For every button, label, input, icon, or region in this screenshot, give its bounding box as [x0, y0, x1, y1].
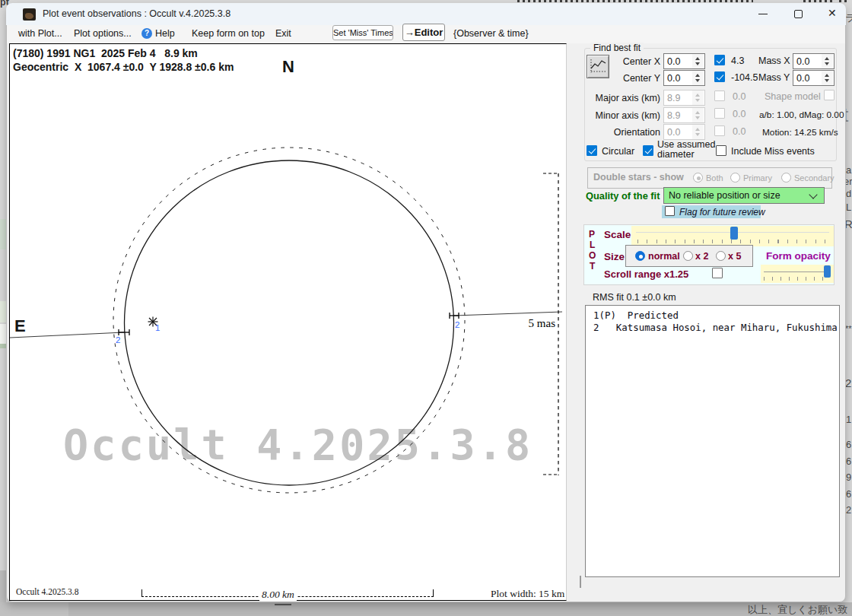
form-opacity-label: Form opacity: [766, 250, 831, 262]
center-x-spinner[interactable]: 0.0: [663, 53, 705, 69]
menu-plot-options[interactable]: Plot options...: [74, 28, 132, 39]
center-y-spinner[interactable]: 0.0: [663, 70, 705, 86]
offset-y-value: -104.5: [731, 72, 758, 83]
close-button[interactable]: ✕: [816, 3, 850, 24]
chord-right-segment: [454, 312, 562, 316]
app-icon: [23, 8, 36, 21]
double-stars-title: Double stars - show: [593, 172, 684, 183]
flag-review-label: Flag for future review: [679, 207, 765, 218]
size-x5-radio[interactable]: [716, 251, 726, 261]
bg-fragment-r2: a: [846, 164, 851, 176]
menu-help[interactable]: Help: [155, 28, 175, 39]
bg-fragment-r10: 6: [846, 439, 851, 450]
chord-left-segment: [10, 332, 124, 338]
mass-y-spinner[interactable]: 0.0: [793, 70, 835, 86]
set-miss-times-button[interactable]: Set 'Miss' Times: [332, 25, 393, 40]
form-opacity-groove: [764, 271, 831, 272]
double-stars-primary-label: Primary: [743, 173, 772, 183]
circular-checkbox[interactable]: [587, 145, 597, 156]
minor-axis-spinner: 8.9: [663, 107, 705, 123]
minor-axis-label: Minor axis (km): [578, 110, 660, 121]
major-axis-value: 8.9: [667, 93, 680, 103]
size-x2-label: x 2: [695, 251, 708, 262]
quality-dropdown[interactable]: No reliable position or size: [663, 187, 825, 204]
offset-x-value: 4.3: [731, 56, 744, 66]
bg-fragment-left-gray: [0, 570, 6, 602]
major-axis-zero: 0.0: [733, 91, 746, 102]
observer-time-label: {Observer & time}: [453, 28, 529, 39]
bg-fragment-r7: **: [845, 324, 852, 333]
mas-scale-label: 5 mas: [529, 317, 556, 329]
chord-marker-left: [119, 329, 129, 335]
maximize-icon: [794, 10, 803, 18]
rms-label: RMS fit 0.1 ±0.0 km: [593, 292, 676, 303]
size-label: Size: [604, 251, 625, 262]
center-x-label: Center X: [578, 56, 660, 67]
orientation-spinner: 0.0: [663, 124, 705, 140]
chord-label-right: 2: [455, 320, 459, 329]
menu-exit[interactable]: Exit: [275, 28, 291, 39]
mass-y-value: 0.0: [796, 73, 809, 84]
mass-x-spinner[interactable]: 0.0: [793, 53, 835, 69]
minimize-button[interactable]: [746, 3, 780, 24]
offset-y-checkbox[interactable]: [714, 71, 725, 82]
bg-fragment-r9: 1: [846, 414, 851, 425]
scale-bar-tick-right: [433, 589, 434, 597]
asteroid-circle: [125, 160, 454, 485]
bg-fragment-top2: [803, 0, 834, 2]
bg-fragment-r5: L: [846, 202, 851, 213]
motion-label: Motion: 14.25 km/s: [762, 127, 838, 138]
circular-label: Circular: [602, 146, 634, 157]
scale-bar-tick-left: [141, 589, 142, 597]
observation-row-2[interactable]: 2 Katsumasa Hosoi, near Miharu, Fukushim…: [593, 322, 838, 334]
major-axis-arrows: [692, 90, 704, 105]
panel-artifact-line: [580, 576, 581, 588]
form-opacity-ticks: [764, 277, 831, 281]
scale-slider-ticks: [637, 240, 829, 243]
plot-letter-t: T: [590, 261, 595, 271]
size-normal-radio[interactable]: [635, 251, 645, 261]
use-assumed-diameter-checkbox[interactable]: [643, 145, 653, 156]
size-x2-radio[interactable]: [683, 251, 693, 261]
include-miss-label: Include Miss events: [731, 146, 815, 157]
form-opacity-thumb[interactable]: [824, 265, 831, 278]
use-assumed-diameter-label: Use assumed diameter: [657, 140, 717, 160]
bg-fragment-top1: [517, 0, 753, 2]
maximize-button[interactable]: [781, 3, 815, 24]
observation-row-1[interactable]: 1(P) Predicted: [593, 310, 679, 322]
menu-keep-on-top[interactable]: Keep form on top: [192, 28, 265, 39]
minor-axis-checkbox: [714, 108, 725, 119]
mass-x-arrows[interactable]: [822, 54, 833, 68]
plot-version-label: Occult 4.2025.3.8: [16, 587, 78, 596]
include-miss-checkbox[interactable]: [716, 145, 726, 156]
plot-letter-p: P: [589, 229, 595, 240]
screen: { "titlebar": {"title": "Plot event obse…: [0, 0, 852, 616]
editor-button[interactable]: →Editor: [402, 24, 445, 41]
mass-x-value: 0.0: [796, 56, 809, 67]
bg-fragment-left-white: [0, 324, 6, 344]
star-label: 1: [155, 323, 160, 332]
minor-axis-zero: 0.0: [733, 109, 746, 119]
plot-letter-l: L: [590, 240, 595, 250]
quality-label: Quality of the fit: [586, 190, 660, 202]
scale-slider-thumb[interactable]: [730, 227, 738, 240]
menu-with-plot[interactable]: with Plot...: [18, 28, 62, 39]
bg-fragment-r14: 2: [846, 504, 851, 516]
center-x-arrows[interactable]: [692, 54, 704, 68]
offset-x-checkbox[interactable]: [714, 55, 725, 65]
plot-letter-o: O: [589, 250, 596, 261]
orientation-checkbox: [714, 125, 725, 136]
flag-review-checkbox[interactable]: [665, 206, 675, 216]
scroll-range-checkbox[interactable]: [712, 268, 723, 278]
bg-bottom-strip: [0, 602, 852, 616]
center-y-arrows[interactable]: [692, 71, 704, 85]
bg-fragment-left-green2: [0, 301, 6, 322]
scroll-range-label: Scroll range x1.25: [604, 268, 688, 280]
center-x-value: 0.0: [667, 56, 680, 67]
mass-y-arrows[interactable]: [822, 71, 833, 85]
size-x5-label: x 5: [728, 251, 741, 262]
observations-listbox[interactable]: 1(P) Predicted 2 Katsumasa Hosoi, near M…: [585, 305, 840, 577]
size-normal-label: normal: [648, 251, 680, 262]
window-title: Plot event observations : Occult v.4.202…: [43, 8, 230, 19]
plot-area[interactable]: Occult 4.2025.3.8 (7180) 1991 NG1 2025 F…: [9, 43, 567, 601]
